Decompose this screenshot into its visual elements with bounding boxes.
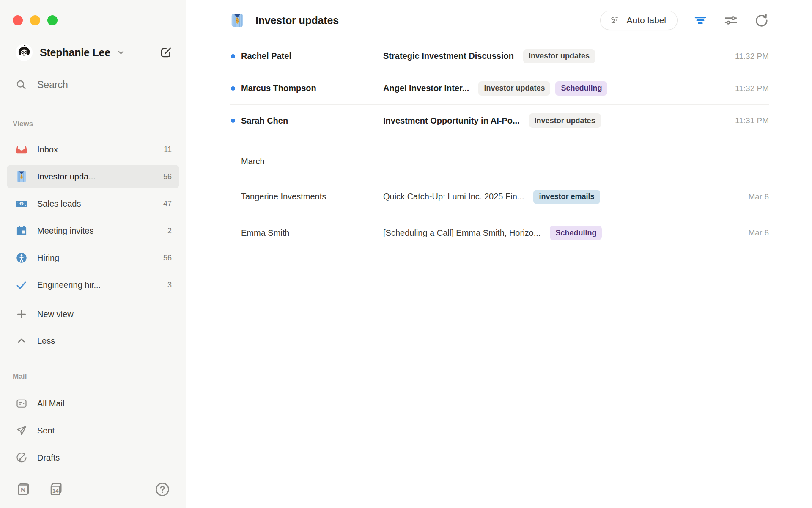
calendar-icon	[15, 224, 28, 237]
avatar	[15, 44, 33, 61]
sidebar-item-investor-updates[interactable]: Investor upda... 56	[7, 165, 179, 188]
email-subject: [Scheduling a Call] Emma Smith, Horizo..…	[383, 228, 540, 238]
email-time: 11:32 PM	[725, 52, 769, 61]
sidebar-item-new-view[interactable]: New view	[7, 302, 179, 326]
email-time: Mar 6	[738, 192, 769, 202]
email-row[interactable]: Sarah Chen Investment Opportunity in AI-…	[230, 105, 769, 137]
help-icon[interactable]	[154, 481, 170, 497]
mail-icon	[15, 397, 28, 410]
sidebar-footer-divider	[0, 470, 186, 470]
sliders-icon[interactable]	[723, 13, 738, 28]
auto-label-button[interactable]: Auto label	[600, 11, 678, 30]
compose-icon[interactable]	[159, 45, 173, 60]
sidebar-item-hiring[interactable]: Hiring 56	[7, 246, 179, 270]
sidebar-footer: N 14	[15, 478, 170, 500]
unread-count: 56	[163, 172, 172, 181]
page-title: Investor updates	[255, 14, 339, 27]
date-section-label: March	[241, 157, 265, 166]
unread-count: 3	[167, 281, 172, 290]
banknote-icon	[15, 197, 28, 210]
view-header: Investor updates Auto label	[230, 0, 769, 41]
email-time: Mar 6	[738, 228, 769, 237]
email-time: 11:31 PM	[725, 116, 769, 125]
window-controls	[13, 15, 58, 25]
label-tag[interactable]: Scheduling	[550, 226, 602, 240]
account-switcher[interactable]: Stephanie Lee	[15, 42, 173, 63]
email-sender: Sarah Chen	[241, 116, 383, 126]
mail-app-window: Stephanie Lee Search Views	[0, 0, 812, 508]
email-sender: Tangerine Investments	[241, 192, 383, 202]
label-tag[interactable]: investor emails	[533, 190, 600, 204]
send-icon	[15, 424, 28, 437]
chevron-down-icon	[116, 48, 126, 57]
unread-count: 11	[164, 145, 172, 154]
email-subject: Angel Investor Inter...	[383, 83, 469, 93]
main-content: Investor updates Auto label	[187, 0, 812, 508]
email-subject: Investment Opportunity in AI-Po...	[383, 116, 520, 126]
email-row[interactable]: Marcus Thompson Angel Investor Inter... …	[230, 72, 769, 105]
refresh-icon[interactable]	[754, 13, 769, 28]
views-section-label: Views	[13, 120, 33, 128]
unread-count: 2	[167, 226, 172, 235]
calendar-app-icon[interactable]: 14	[48, 481, 64, 497]
sidebar-item-inbox[interactable]: Inbox 11	[7, 138, 179, 161]
unread-count: 47	[163, 199, 172, 208]
necktie-icon	[230, 13, 244, 28]
label-tag[interactable]: investor updates	[478, 81, 550, 96]
date-section-header: March	[230, 146, 769, 177]
zoom-window-button[interactable]	[47, 15, 58, 25]
mail-section-label: Mail	[13, 373, 27, 381]
email-row[interactable]: Tangerine Investments Quick Catch-Up: Lu…	[230, 177, 769, 216]
unread-indicator	[231, 119, 235, 123]
sidebar: Stephanie Lee Search Views	[0, 0, 186, 508]
search-button[interactable]: Search	[15, 79, 68, 91]
plus-icon	[15, 308, 28, 320]
checkmark-icon	[15, 279, 28, 291]
label-tag[interactable]: Scheduling	[555, 81, 607, 96]
label-tag[interactable]: investor updates	[523, 49, 595, 64]
notion-icon[interactable]: N	[15, 481, 31, 497]
sidebar-item-drafts[interactable]: Drafts	[7, 446, 179, 469]
sidebar-item-engineering-hiring[interactable]: Engineering hir... 3	[7, 273, 179, 297]
sidebar-item-meeting-invites[interactable]: Meeting invites 2	[7, 219, 179, 243]
email-row[interactable]: Rachel Patel Strategic Investment Discus…	[230, 40, 769, 72]
person-circle-icon	[15, 251, 28, 264]
unread-indicator	[231, 86, 235, 91]
auto-label-icon	[609, 14, 621, 26]
unread-indicator	[231, 54, 235, 58]
sidebar-item-sent[interactable]: Sent	[7, 419, 179, 442]
draft-icon	[15, 451, 28, 464]
email-sender: Marcus Thompson	[241, 83, 383, 93]
email-time: 11:32 PM	[725, 84, 769, 93]
svg-text:N: N	[21, 486, 26, 494]
inbox-icon	[15, 143, 28, 156]
minimize-window-button[interactable]	[30, 15, 40, 25]
search-icon	[15, 79, 27, 91]
email-subject: Strategic Investment Discussion	[383, 51, 514, 61]
email-subject: Quick Catch-Up: Lumi Inc. 2025 Fin...	[383, 192, 524, 202]
necktie-icon	[15, 170, 28, 183]
chevron-up-icon	[15, 334, 28, 347]
svg-text:14: 14	[52, 488, 59, 494]
filter-icon[interactable]	[693, 13, 708, 28]
sidebar-item-all-mail[interactable]: All Mail	[7, 392, 179, 415]
unread-count: 56	[163, 254, 172, 262]
email-sender: Emma Smith	[241, 228, 383, 238]
close-window-button[interactable]	[13, 15, 23, 25]
email-row[interactable]: Emma Smith [Scheduling a Call] Emma Smit…	[230, 216, 769, 249]
sidebar-item-sales-leads[interactable]: Sales leads 47	[7, 192, 179, 215]
sidebar-item-less[interactable]: Less	[7, 329, 179, 353]
email-sender: Rachel Patel	[241, 51, 383, 61]
account-name: Stephanie Lee	[40, 47, 110, 59]
label-tag[interactable]: investor updates	[529, 113, 601, 128]
